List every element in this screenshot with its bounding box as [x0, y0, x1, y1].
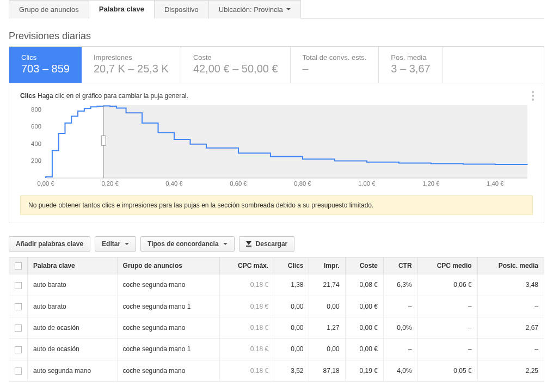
svg-text:200: 200 [31, 158, 41, 164]
match-types-button[interactable]: Tipos de concordancia [140, 236, 234, 252]
download-icon [246, 241, 251, 247]
metric-pos-media[interactable]: Pos. media3 – 3,67 [379, 47, 443, 83]
segment-tabs: Grupo de anunciosPalabra claveDispositiv… [9, 0, 544, 19]
col-impr[interactable]: Impr. [309, 258, 345, 274]
table-row: auto baratocoche segunda mano 10,18 €0,0… [9, 296, 544, 317]
table-row: auto de ocasióncoche segunda mano 10,18 … [9, 339, 544, 360]
metric-clics[interactable]: Clics703 – 859 [9, 47, 82, 83]
svg-text:1,20 €: 1,20 € [422, 180, 440, 187]
tab-palabra-clave[interactable]: Palabra clave [89, 0, 155, 19]
select-all-checkbox[interactable] [15, 262, 22, 270]
metric-total-de-convs-ests-[interactable]: Total de convs. ests.– [291, 47, 379, 83]
col-clicks[interactable]: Clics [274, 258, 309, 274]
col-cost[interactable]: Coste [345, 258, 383, 274]
section-title: Previsiones diarias [9, 30, 544, 42]
col-avg-cpc[interactable]: CPC medio [417, 258, 477, 274]
tab-grupo-de-anuncios[interactable]: Grupo de anuncios [9, 0, 89, 19]
row-checkbox[interactable] [15, 282, 22, 289]
tab-dispositivo[interactable]: Dispositivo [154, 0, 209, 19]
add-keywords-button[interactable]: Añadir palabras clave [9, 236, 90, 252]
svg-text:0,40 €: 0,40 € [165, 180, 183, 187]
chart-card: Clics Haga clic en el gráfico para cambi… [9, 83, 544, 223]
row-checkbox[interactable] [15, 303, 22, 310]
svg-text:400: 400 [31, 140, 41, 147]
tab-ubicaci-n-provincia[interactable]: Ubicación: Provincia [208, 0, 301, 19]
chart-menu-icon[interactable] [532, 91, 534, 101]
svg-text:1,00 €: 1,00 € [358, 180, 376, 187]
metric-coste[interactable]: Coste42,00 € – 50,00 € [181, 47, 291, 83]
metric-impresiones[interactable]: Impresiones20,7 K – 25,3 K [82, 47, 181, 83]
svg-rect-0 [103, 105, 527, 178]
keyword-toolbar: Añadir palabras clave Editar Tipos de co… [9, 236, 544, 252]
col-keyword[interactable]: Palabra clave [28, 258, 118, 274]
col-adgroup[interactable]: Grupo de anuncios [117, 258, 220, 274]
chart-metric-name: Clics [20, 92, 36, 100]
edit-button[interactable]: Editar [95, 236, 136, 252]
chevron-down-icon [286, 8, 291, 10]
table-row: auto baratocoche segunda mano0,18 €1,382… [9, 274, 544, 296]
svg-text:800: 800 [31, 106, 41, 113]
chevron-down-icon [125, 243, 129, 245]
svg-text:0,60 €: 0,60 € [230, 180, 247, 187]
download-button[interactable]: Descargar [239, 236, 295, 252]
chart-instruction: Clics Haga clic en el gráfico para cambi… [20, 92, 533, 100]
keyword-table: Palabra clave Grupo de anuncios CPC máx.… [9, 257, 544, 382]
row-checkbox[interactable] [15, 324, 22, 332]
svg-text:0,20 €: 0,20 € [101, 180, 119, 187]
row-checkbox[interactable] [15, 346, 22, 353]
col-max-cpc[interactable]: CPC máx. [220, 258, 274, 274]
svg-text:1,40 €: 1,40 € [487, 180, 504, 187]
chevron-down-icon [223, 243, 228, 245]
col-avg-pos[interactable]: Posic. media [477, 258, 544, 274]
row-checkbox[interactable] [15, 367, 22, 375]
col-ctr[interactable]: CTR [383, 258, 417, 274]
svg-text:0,80 €: 0,80 € [294, 180, 311, 187]
svg-text:600: 600 [31, 124, 41, 130]
table-row: auto segunda manocoche segunda mano0,18 … [9, 360, 544, 381]
table-row: auto de ocasióncoche segunda mano0,18 €0… [9, 317, 544, 338]
svg-text:0,00 €: 0,00 € [37, 180, 54, 187]
chart-area[interactable]: 2004006008000,00 €0,20 €0,40 €0,60 €0,80… [20, 103, 533, 190]
svg-rect-15 [101, 136, 106, 145]
budget-warning: No puede obtener tantos clics e impresio… [20, 195, 533, 215]
metric-row: Clics703 – 859Impresiones20,7 K – 25,3 K… [9, 46, 544, 83]
